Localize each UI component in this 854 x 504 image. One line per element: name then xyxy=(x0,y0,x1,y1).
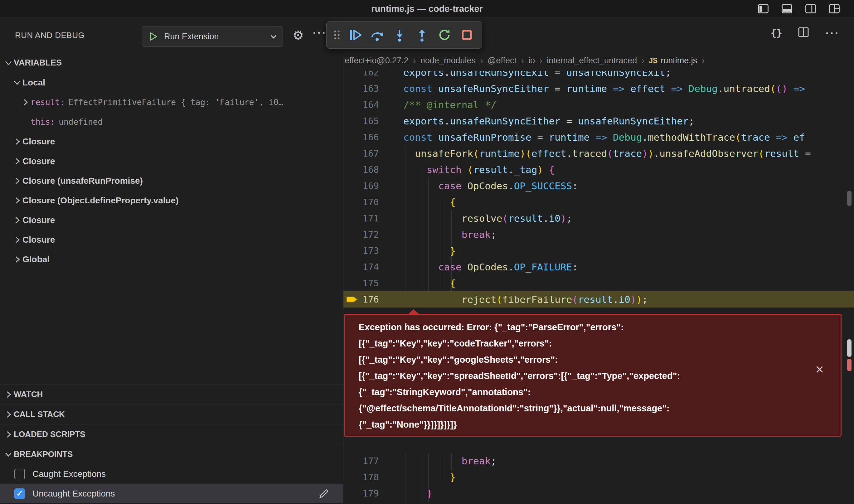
loaded-scripts-section-header[interactable]: LOADED SCRIPTS xyxy=(0,424,343,444)
code-text[interactable]: reject(fiberFailure(result.i0)); xyxy=(379,294,854,305)
code-text[interactable]: const unsafeRunPromise = runtime => Debu… xyxy=(379,132,854,143)
gutter-marker[interactable] xyxy=(343,113,361,129)
step-into-button[interactable] xyxy=(388,24,411,46)
code-text[interactable]: { xyxy=(379,277,854,289)
scope-closure[interactable]: Closure xyxy=(0,132,343,151)
code-text[interactable]: unsafeFork(runtime)(effect.traced(trace)… xyxy=(379,148,854,159)
line-number[interactable]: 167 xyxy=(361,148,379,159)
breakpoint-uncaught-exceptions[interactable]: ✓ Uncaught Exceptions xyxy=(0,484,343,503)
line-number[interactable]: 176 xyxy=(361,294,379,305)
gutter-marker[interactable] xyxy=(343,210,361,227)
variables-section-header[interactable]: VARIABLES xyxy=(0,53,343,73)
line-number[interactable]: 166 xyxy=(361,132,379,143)
caught-exceptions-checkbox[interactable] xyxy=(14,469,25,479)
line-number[interactable]: 178 xyxy=(361,472,379,483)
code-line-180[interactable]: 180 }) xyxy=(343,502,854,504)
line-number[interactable]: 170 xyxy=(361,197,379,208)
code-line-167[interactable]: 167 unsafeFork(runtime)(effect.traced(tr… xyxy=(343,145,854,162)
breadcrumb-item[interactable]: internal_effect_untraced xyxy=(547,56,637,66)
toggle-sidebar-icon[interactable] xyxy=(757,3,769,15)
watch-section-header[interactable]: WATCH xyxy=(0,384,343,404)
step-out-button[interactable] xyxy=(411,24,433,46)
code-line-179[interactable]: 179 } xyxy=(343,485,854,502)
code-line-168[interactable]: 168 switch (result._tag) { xyxy=(343,162,854,178)
code-text[interactable]: /** @internal */ xyxy=(379,99,854,110)
breakpoints-section-header[interactable]: BREAKPOINTS xyxy=(0,444,343,464)
scope-closure[interactable]: Closure xyxy=(0,151,343,171)
gutter-marker[interactable] xyxy=(343,129,361,145)
line-number[interactable]: 173 xyxy=(361,246,379,256)
line-number[interactable]: 174 xyxy=(361,262,379,272)
code-line-163[interactable]: 163const unsafeRunSyncEither = runtime =… xyxy=(343,80,854,97)
code-line-170[interactable]: 170 { xyxy=(343,194,854,210)
line-number[interactable]: 175 xyxy=(361,278,379,288)
line-number[interactable]: 169 xyxy=(361,181,379,191)
line-number[interactable]: 164 xyxy=(361,100,379,110)
breadcrumb-item[interactable]: @effect xyxy=(488,56,516,66)
edit-breakpoint-icon[interactable] xyxy=(318,488,329,501)
code-line-171[interactable]: 171 resolve(result.i0); xyxy=(343,210,854,227)
gutter-marker[interactable] xyxy=(343,242,361,259)
code-text[interactable]: resolve(result.i0); xyxy=(379,213,854,224)
current-line-marker[interactable] xyxy=(343,291,361,307)
call-stack-section-header[interactable]: CALL STACK xyxy=(0,404,343,424)
code-line-173[interactable]: 173 } xyxy=(343,242,854,259)
code-line-172[interactable]: 172 break; xyxy=(343,227,854,242)
toggle-panel-icon[interactable] xyxy=(781,3,793,15)
scope-closure[interactable]: Closure xyxy=(0,230,343,250)
code-line-178[interactable]: 178 } xyxy=(343,469,854,485)
continue-button[interactable] xyxy=(343,24,366,46)
customize-layout-icon[interactable] xyxy=(829,3,840,15)
gutter-marker[interactable] xyxy=(343,162,361,178)
scope-global[interactable]: Global xyxy=(0,250,343,269)
breadcrumb-item[interactable]: node_modules xyxy=(420,56,476,66)
breadcrumb-item[interactable]: effect+io@0.27.2 xyxy=(345,56,408,66)
code-text[interactable]: const unsafeRunSyncEither = runtime => e… xyxy=(379,83,854,94)
gutter-marker[interactable] xyxy=(343,453,361,469)
sidebar-more-icon[interactable]: ⋯ xyxy=(312,22,326,42)
code-line-177[interactable]: 177 break; xyxy=(343,453,854,469)
launch-config-dropdown[interactable]: Run Extension xyxy=(142,26,283,47)
start-debug-icon[interactable] xyxy=(148,31,159,42)
gutter-marker[interactable] xyxy=(343,485,361,502)
line-number[interactable]: 171 xyxy=(361,213,379,223)
toggle-secondary-sidebar-icon[interactable] xyxy=(805,3,817,15)
breakpoint-caught-exceptions[interactable]: Caught Exceptions xyxy=(0,464,343,484)
split-editor-icon[interactable] xyxy=(797,26,810,40)
code-line-176[interactable]: 176 reject(fiberFailure(result.i0)); xyxy=(343,291,854,307)
code-text[interactable]: } xyxy=(379,488,854,499)
scope-closure[interactable]: Closure xyxy=(0,210,343,230)
editor-more-icon[interactable]: ⋯ xyxy=(825,26,839,39)
gutter-marker[interactable] xyxy=(343,259,361,275)
gutter-marker[interactable] xyxy=(343,469,361,485)
code-text[interactable]: } xyxy=(379,245,854,256)
gutter-marker[interactable] xyxy=(343,80,361,97)
line-number[interactable]: 172 xyxy=(361,229,379,240)
code-text[interactable]: exports.unsafeRunSyncEither = unsafeRunS… xyxy=(379,115,854,127)
code-text[interactable]: switch (result._tag) { xyxy=(379,164,854,175)
uncaught-exceptions-checkbox[interactable]: ✓ xyxy=(14,488,25,499)
code-text[interactable]: break; xyxy=(379,229,854,240)
gutter-marker[interactable] xyxy=(343,275,361,291)
gear-icon[interactable]: ⚙ xyxy=(293,25,304,45)
code-line-175[interactable]: 175 { xyxy=(343,275,854,291)
code-text[interactable]: break; xyxy=(379,455,854,467)
gutter-marker[interactable] xyxy=(343,97,361,113)
scope-closure-unsaferunpromise[interactable]: Closure (unsafeRunPromise) xyxy=(0,171,343,191)
code-text[interactable]: { xyxy=(379,197,854,208)
line-number[interactable]: 177 xyxy=(361,456,379,466)
line-number[interactable]: 168 xyxy=(361,164,379,175)
code-text[interactable]: case OpCodes.OP_FAILURE: xyxy=(379,262,854,273)
line-number[interactable]: 179 xyxy=(361,488,379,499)
close-icon[interactable]: × xyxy=(815,362,824,376)
step-over-button[interactable] xyxy=(366,24,388,46)
gutter-marker[interactable] xyxy=(343,227,361,242)
scope-closure-defineproperty[interactable]: Closure (Object.defineProperty.value) xyxy=(0,191,343,210)
code-line-174[interactable]: 174 case OpCodes.OP_FAILURE: xyxy=(343,259,854,275)
restart-button[interactable] xyxy=(433,24,456,46)
stop-button[interactable] xyxy=(456,24,478,46)
line-number[interactable]: 165 xyxy=(361,116,379,126)
gutter-marker[interactable] xyxy=(343,145,361,162)
line-number[interactable]: 163 xyxy=(361,83,379,94)
variable-this[interactable]: this: undefined xyxy=(0,112,343,132)
